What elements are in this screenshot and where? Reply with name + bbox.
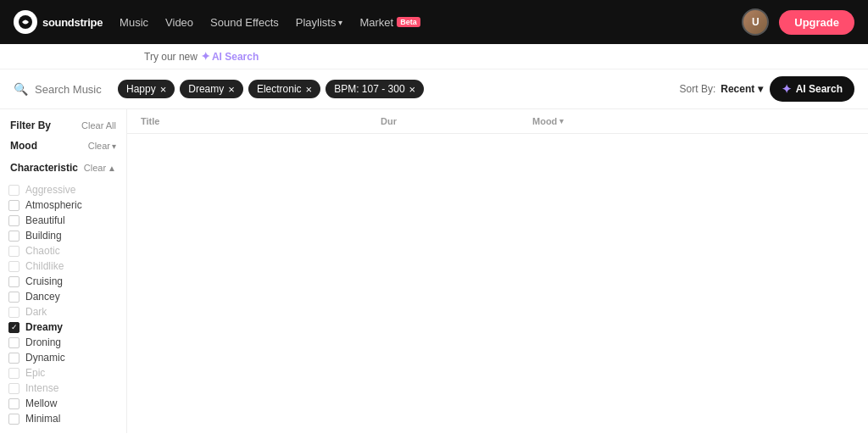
logo[interactable]: soundstripe (14, 10, 103, 34)
nav-market[interactable]: Market Beta (359, 16, 420, 29)
clear-all-button[interactable]: Clear All (81, 120, 116, 131)
checkbox-chaotic[interactable] (8, 246, 19, 257)
content-area: Title Dur Mood ▾ (127, 109, 868, 433)
item-chaotic[interactable]: Chaotic (8, 243, 118, 258)
ai-search-button[interactable]: ✦ AI Search (770, 76, 854, 102)
filter-tag-dreamy: Dreamy × (180, 80, 243, 98)
avatar[interactable]: U (742, 8, 769, 36)
nav-music[interactable]: Music (120, 16, 148, 29)
checkbox-droning[interactable] (8, 337, 19, 348)
label-droning: Droning (25, 336, 61, 348)
filter-tag-bpm-close[interactable]: × (409, 84, 416, 95)
item-aggressive[interactable]: Aggressive (8, 182, 118, 197)
sort-value[interactable]: Recent ▾ (721, 83, 762, 95)
checkbox-beautiful[interactable] (8, 215, 19, 226)
item-dark[interactable]: Dark (8, 304, 118, 320)
item-atmospheric[interactable]: Atmospheric (8, 197, 118, 213)
col-header-dur: Dur (363, 116, 397, 126)
item-dynamic[interactable]: Dynamic (8, 350, 118, 365)
item-mellow[interactable]: Mellow (8, 396, 118, 411)
filter-tag-happy: Happy × (118, 80, 175, 98)
item-cruising[interactable]: Cruising (8, 274, 118, 289)
label-atmospheric: Atmospheric (25, 199, 82, 211)
item-epic[interactable]: Epic (8, 365, 118, 381)
checkbox-mellow[interactable] (8, 398, 19, 409)
ai-banner-link[interactable]: ✦ AI Search (201, 50, 259, 63)
checkbox-dancey[interactable] (8, 292, 19, 303)
item-beautiful[interactable]: Beautiful (8, 213, 118, 228)
ai-banner-text: Try our new (144, 51, 198, 63)
item-dancey[interactable]: Dancey (8, 289, 118, 304)
nav-right: U Upgrade (742, 8, 854, 36)
filter-by-label: Filter By (10, 119, 51, 131)
ai-banner-link-text: AI Search (212, 51, 259, 63)
checkbox-intense[interactable] (8, 383, 19, 394)
nav-playlists[interactable]: Playlists ▾ (296, 16, 343, 29)
item-building[interactable]: Building (8, 228, 118, 243)
label-mellow: Mellow (25, 397, 57, 409)
top-nav: soundstripe Music Video Sound Effects Pl… (0, 0, 868, 44)
label-beautiful: Beautiful (25, 214, 65, 226)
item-intense[interactable]: Intense (8, 381, 118, 396)
checkbox-atmospheric[interactable] (8, 200, 19, 211)
mood-label: Mood (10, 140, 37, 152)
filter-tags: Happy × Dreamy × Electronic × BPM: 107 -… (118, 80, 424, 98)
label-building: Building (25, 230, 62, 242)
label-epic: Epic (25, 367, 45, 379)
checkbox-dark[interactable] (8, 307, 19, 318)
checkbox-cruising[interactable] (8, 276, 19, 287)
mood-sort-chevron: ▾ (559, 117, 564, 125)
logo-text: soundstripe (42, 16, 103, 29)
filter-tag-dreamy-close[interactable]: × (228, 84, 235, 95)
search-bar-row: 🔍 Happy × Dreamy × Electronic × BPM: 107… (0, 69, 868, 109)
sidebar: Filter By Clear All Mood Clear ▾ Charact… (0, 109, 127, 433)
ai-banner: Try our new ✦ AI Search (0, 44, 868, 69)
nav-links: Music Video Sound Effects Playlists ▾ Ma… (120, 16, 420, 29)
filter-tag-bpm: BPM: 107 - 300 × (326, 80, 424, 98)
characteristic-items: Aggressive Atmospheric Beautiful Buildin… (0, 182, 126, 426)
mood-clear[interactable]: Clear ▾ (88, 141, 116, 151)
sort-label: Sort By: (680, 83, 716, 95)
search-icon: 🔍 (14, 82, 28, 96)
upgrade-button[interactable]: Upgrade (779, 10, 854, 35)
item-droning[interactable]: Droning (8, 335, 118, 350)
item-dreamy[interactable]: ✓ Dreamy (8, 320, 118, 335)
item-minimal[interactable]: Minimal (8, 411, 118, 426)
col-header-mood[interactable]: Mood ▾ (532, 116, 702, 126)
item-childlike[interactable]: Childlike (8, 258, 118, 274)
filter-tag-happy-close[interactable]: × (160, 84, 167, 95)
checkbox-epic[interactable] (8, 368, 19, 379)
nav-video[interactable]: Video (165, 16, 193, 29)
sort-section: Sort By: Recent ▾ (680, 83, 763, 95)
filter-tag-electronic: Electronic × (248, 80, 320, 98)
label-dynamic: Dynamic (25, 352, 65, 364)
mood-section: Mood Clear ▾ (0, 138, 126, 160)
nav-sound-effects[interactable]: Sound Effects (210, 16, 279, 29)
characteristic-section: Characteristic Clear ▲ (0, 160, 126, 182)
checkbox-dynamic[interactable] (8, 353, 19, 364)
checkbox-aggressive[interactable] (8, 185, 19, 196)
label-cruising: Cruising (25, 275, 63, 287)
label-childlike: Childlike (25, 260, 64, 272)
ai-search-star: ✦ (782, 82, 792, 96)
label-intense: Intense (25, 382, 58, 394)
checkbox-building[interactable] (8, 231, 19, 242)
checkbox-childlike[interactable] (8, 261, 19, 272)
characteristic-label: Characteristic (10, 162, 78, 174)
market-badge: Beta (397, 17, 420, 27)
checkbox-dreamy[interactable]: ✓ (8, 322, 19, 333)
main-layout: Filter By Clear All Mood Clear ▾ Charact… (0, 109, 868, 433)
characteristic-clear[interactable]: Clear ▲ (84, 163, 116, 173)
col-header-title: Title (141, 116, 363, 126)
label-minimal: Minimal (25, 413, 60, 425)
label-aggressive: Aggressive (25, 184, 75, 196)
search-input[interactable] (35, 83, 111, 96)
ai-search-label: AI Search (796, 83, 843, 95)
label-dark: Dark (25, 306, 47, 318)
filter-tag-electronic-close[interactable]: × (306, 84, 313, 95)
filter-header: Filter By Clear All (0, 116, 126, 138)
label-dancey: Dancey (25, 291, 60, 303)
table-header: Title Dur Mood ▾ (127, 109, 868, 134)
label-dreamy: Dreamy (25, 321, 63, 333)
checkbox-minimal[interactable] (8, 414, 19, 425)
